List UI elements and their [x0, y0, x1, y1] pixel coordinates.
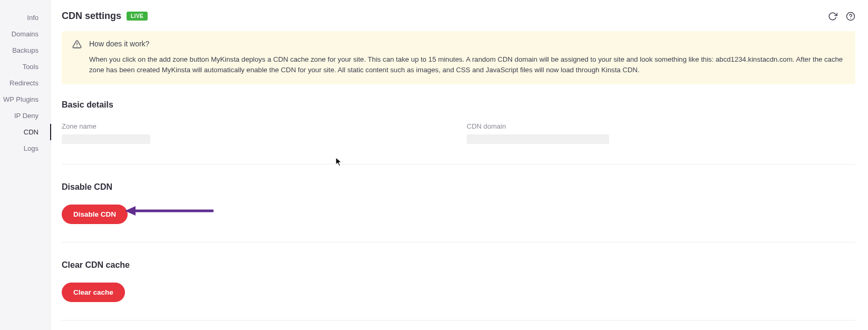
label-cdn-domain: CDN domain	[467, 122, 609, 130]
sidebar-item-domains[interactable]: Domains	[0, 26, 51, 42]
value-cdn-domain	[467, 134, 609, 144]
main-content: CDN settings LIVE How does it work? When…	[51, 0, 868, 330]
sidebar: Info Domains Backups Tools Redirects WP …	[0, 0, 51, 330]
sidebar-item-redirects[interactable]: Redirects	[0, 75, 51, 91]
info-notice: How does it work? When you click on the …	[62, 31, 855, 84]
section-title-basic: Basic details	[62, 100, 855, 110]
refresh-icon[interactable]	[828, 12, 837, 21]
sidebar-item-ip-deny[interactable]: IP Deny	[0, 108, 51, 124]
section-basic-details: Basic details Zone name CDN domain	[62, 97, 855, 164]
detail-zone-name: Zone name	[62, 122, 150, 146]
info-notice-text: When you click on the add zone button My…	[89, 54, 845, 76]
info-notice-body: How does it work? When you click on the …	[89, 40, 845, 76]
sidebar-item-cdn[interactable]: CDN	[0, 124, 51, 140]
status-badge: LIVE	[127, 12, 148, 21]
page-header: CDN settings LIVE	[62, 11, 855, 22]
sidebar-item-backups[interactable]: Backups	[0, 42, 51, 59]
basic-details-row: Zone name CDN domain	[62, 122, 855, 146]
page-header-left: CDN settings LIVE	[62, 11, 148, 22]
sidebar-item-info[interactable]: Info	[0, 9, 51, 26]
info-notice-title: How does it work?	[89, 40, 845, 48]
page-header-actions	[828, 12, 855, 21]
section-title-disable: Disable CDN	[62, 182, 855, 192]
page-title: CDN settings	[62, 11, 121, 22]
section-clear-cache: Clear CDN cache Clear cache	[62, 242, 855, 321]
detail-cdn-domain: CDN domain	[467, 122, 609, 146]
section-title-clear: Clear CDN cache	[62, 260, 855, 270]
disable-cdn-button[interactable]: Disable CDN	[62, 205, 128, 224]
section-disable-cdn: Disable CDN Disable CDN	[62, 164, 855, 242]
value-zone-name	[62, 134, 150, 144]
clear-cache-button[interactable]: Clear cache	[62, 283, 125, 302]
warning-icon	[72, 40, 82, 76]
sidebar-item-wp-plugins[interactable]: WP Plugins	[0, 91, 51, 108]
help-icon[interactable]	[846, 12, 855, 21]
sidebar-item-tools[interactable]: Tools	[0, 59, 51, 75]
sidebar-item-logs[interactable]: Logs	[0, 140, 51, 157]
label-zone-name: Zone name	[62, 122, 150, 130]
